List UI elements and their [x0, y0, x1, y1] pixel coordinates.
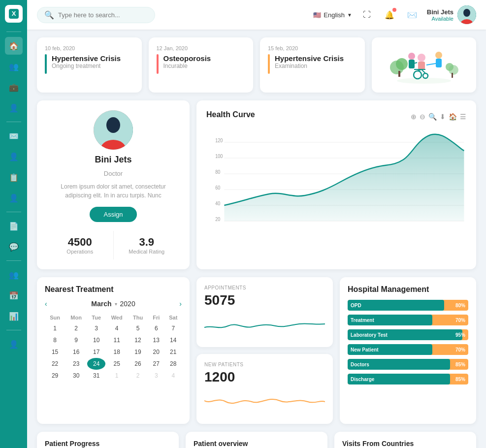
calendar-day[interactable]: 24	[87, 358, 105, 370]
sidebar-item-chart[interactable]: 📊	[5, 307, 23, 325]
sidebar-item-calendar[interactable]: 📅	[5, 287, 23, 304]
calendar-day[interactable]: 1	[105, 370, 128, 382]
search-icon: 🔍	[44, 10, 54, 20]
sidebar-item-user-plus[interactable]: 👤	[5, 148, 23, 165]
sidebar-item-briefcase[interactable]: 💼	[5, 78, 23, 96]
sidebar-item-users[interactable]: 👥	[5, 58, 23, 75]
calendar-day[interactable]: 23	[65, 358, 87, 370]
calendar-day[interactable]: 7	[165, 322, 182, 334]
search-box[interactable]: 🔍	[37, 7, 155, 23]
chart-download-btn[interactable]: ⬇	[440, 113, 446, 121]
calendar-day[interactable]: 27	[148, 358, 164, 370]
sidebar-item-message[interactable]: 💬	[5, 238, 23, 256]
calendar-table: Sun Mon Tue Wed Thu Fri Sat 123456789101…	[45, 313, 182, 382]
calendar-day[interactable]: 13	[148, 334, 164, 346]
calendar-day[interactable]: 1	[45, 322, 65, 334]
card-indicator-2	[157, 54, 159, 74]
calendar-day[interactable]: 9	[65, 334, 87, 346]
calendar-day[interactable]: 14	[165, 334, 182, 346]
calendar-day[interactable]: 31	[87, 370, 105, 382]
chart-home-btn[interactable]: 🏠	[449, 113, 457, 121]
notification-button[interactable]: 🔔	[382, 7, 397, 23]
stat-rating: 3.9 Medical Rating	[114, 231, 180, 259]
messages-button[interactable]: ✉️	[404, 7, 420, 23]
calendar-day[interactable]: 2	[65, 322, 87, 334]
calendar-day[interactable]: 6	[148, 322, 164, 334]
user-name: Bini Jets	[427, 8, 454, 16]
new-patients-value: 1200	[204, 369, 325, 385]
search-input[interactable]	[58, 11, 148, 19]
visits-countries-card: Visits From Countries	[334, 432, 476, 448]
calendar-day[interactable]: 3	[87, 322, 105, 334]
calendar-day[interactable]: 4	[165, 370, 182, 382]
svg-point-23	[446, 63, 454, 71]
sidebar-item-file[interactable]: 📄	[5, 217, 23, 235]
sidebar-logo[interactable]: X	[5, 5, 23, 23]
sidebar-divider-3	[6, 212, 21, 212]
card-date-3: 15 feb, 2020	[268, 45, 357, 51]
sidebar-item-user-group[interactable]: 👥	[5, 266, 23, 284]
card-sub-2: Incurable	[163, 63, 211, 69]
svg-point-19	[435, 52, 442, 59]
calendar-day[interactable]: 17	[87, 346, 105, 358]
sidebar-item-user-check[interactable]: 👤	[5, 189, 23, 207]
calendar-day[interactable]: 28	[165, 358, 182, 370]
calendar-day[interactable]: 16	[65, 346, 87, 358]
calendar-day[interactable]: 5	[128, 322, 148, 334]
card-date-2: 12 Jan, 2020	[157, 45, 246, 51]
profile-role: Doctor	[104, 170, 123, 177]
svg-rect-10	[418, 62, 425, 69]
card-header-2: Osteoporosis Incurable	[157, 54, 246, 74]
sidebar-divider-5	[6, 330, 21, 330]
hospital-bar-row: Doctors 85%	[348, 359, 468, 370]
calendar-year: 2020	[120, 300, 135, 308]
calendar-day[interactable]: 26	[128, 358, 148, 370]
calendar-day[interactable]: 19	[128, 346, 148, 358]
sidebar-item-mail[interactable]: ✉️	[5, 127, 23, 145]
calendar-day[interactable]: 4	[105, 322, 128, 334]
chart-search-btn[interactable]: 🔍	[428, 113, 437, 121]
sidebar-item-user[interactable]: 👤	[5, 99, 23, 117]
calendar-day[interactable]: 3	[148, 370, 164, 382]
chart-zoom-out-btn[interactable]: ⊖	[420, 113, 425, 121]
sidebar-item-home[interactable]: 🏠	[5, 37, 23, 55]
chart-zoom-in-btn[interactable]: ⊕	[411, 113, 417, 121]
calendar-day[interactable]: 29	[45, 370, 65, 382]
calendar-day[interactable]: 2	[128, 370, 148, 382]
calendar-day[interactable]: 20	[148, 346, 164, 358]
fullscreen-button[interactable]: ⛶	[359, 7, 375, 23]
user-info: Bini Jets Available	[427, 8, 454, 22]
calendar-day[interactable]: 30	[65, 370, 87, 382]
calendar-day[interactable]: 21	[165, 346, 182, 358]
calendar-day[interactable]: 12	[128, 334, 148, 346]
profile-stats: 4500 Operations 3.9 Medical Rating	[47, 231, 180, 259]
user-status: Available	[427, 16, 454, 22]
svg-point-11	[414, 71, 421, 79]
calendar-day[interactable]: 11	[105, 334, 128, 346]
calendar-next-button[interactable]: ›	[179, 300, 182, 308]
sidebar-item-profile[interactable]: 👤	[5, 335, 23, 353]
assign-button[interactable]: Assign	[90, 207, 136, 222]
card-title-1: Hypertensive Crisis	[52, 54, 121, 63]
calendar-day[interactable]: 18	[105, 346, 128, 358]
svg-point-12	[423, 73, 428, 78]
svg-text:80: 80	[215, 169, 220, 175]
sidebar-divider-4	[6, 260, 21, 261]
svg-text:20: 20	[215, 217, 220, 223]
middle-section: Bini Jets Doctor Lorem ipsum dolor sit a…	[37, 100, 476, 269]
calendar-day[interactable]: 22	[45, 358, 65, 370]
appointments-value: 5075	[204, 292, 325, 308]
calendar-day[interactable]: 25	[105, 358, 128, 370]
user-profile-button[interactable]: Bini Jets Available	[427, 5, 476, 24]
sidebar-item-clipboard[interactable]: 📋	[5, 168, 23, 186]
calendar-day[interactable]: 15	[45, 346, 65, 358]
card-osteoporosis: 12 Jan, 2020 Osteoporosis Incurable	[149, 37, 254, 93]
chart-menu-btn[interactable]: ☰	[460, 113, 466, 121]
calendar-day[interactable]: 8	[45, 334, 65, 346]
calendar-prev-button[interactable]: ‹	[45, 300, 47, 308]
calendar-day[interactable]: 10	[87, 334, 105, 346]
svg-text:X: X	[11, 10, 16, 17]
language-selector[interactable]: 🇺🇸 English ▼	[313, 11, 352, 19]
card-date-1: 10 feb, 2020	[45, 45, 134, 51]
cal-head-wed: Wed	[105, 313, 128, 322]
